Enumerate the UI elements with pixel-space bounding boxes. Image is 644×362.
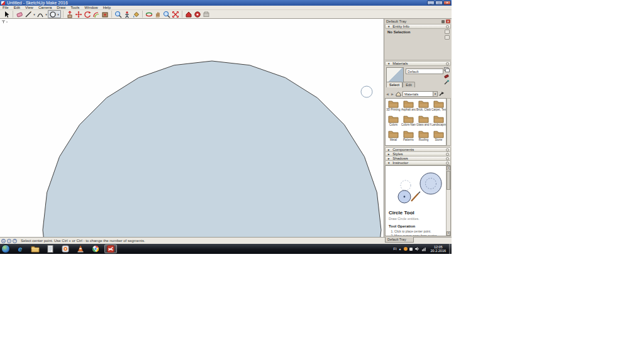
instructor-header[interactable]: ▼ Instructor — [385, 160, 451, 165]
share-model-button[interactable] — [202, 10, 211, 18]
circle-tool-button-active[interactable]: ▾ — [48, 10, 61, 18]
maximize-button[interactable]: □ — [435, 1, 443, 5]
details-arrow-icon[interactable] — [439, 91, 445, 97]
material-category[interactable]: Colors-Named — [401, 114, 416, 129]
geolocation-icon[interactable]: G — [1, 239, 6, 243]
taskbar-media-player[interactable] — [59, 244, 72, 253]
materials-category-list[interactable]: 3D Printing Asphalt and Concrete Brick, … — [385, 98, 447, 146]
menu-view[interactable]: View — [23, 6, 36, 10]
material-category[interactable]: Patterns — [401, 129, 416, 145]
in-model-home-icon[interactable] — [396, 91, 401, 97]
entity-hide-button[interactable] — [445, 30, 450, 34]
orbit-tool-button[interactable] — [145, 10, 153, 18]
select-tool-button[interactable] — [2, 10, 11, 18]
materials-header[interactable]: ▼ Materials — [385, 61, 451, 66]
collections-dropdown[interactable]: Materials ▼ — [402, 91, 438, 97]
material-category[interactable]: Stone — [431, 129, 446, 145]
help-icon[interactable]: ? — [13, 239, 17, 243]
rotate-tool-button[interactable] — [83, 10, 92, 18]
update-notification-icon[interactable] — [404, 247, 408, 251]
taskbar-explorer[interactable] — [29, 244, 42, 253]
create-material-icon[interactable] — [444, 74, 450, 79]
material-category[interactable]: 3D Printing — [386, 99, 401, 114]
minimize-button[interactable]: _ — [427, 1, 435, 5]
pan-hand-icon — [154, 11, 162, 18]
volume-icon[interactable] — [414, 246, 419, 251]
tray-bottom-tab[interactable]: Default Tray — [385, 237, 414, 243]
material-category[interactable]: Brick, Cladding and Siding — [416, 99, 431, 114]
get-models-button[interactable] — [184, 10, 193, 18]
paint-bucket-button[interactable] — [131, 10, 140, 18]
taskbar-chrome[interactable] — [89, 244, 102, 253]
scroll-down-icon[interactable]: ▼ — [447, 231, 450, 236]
material-category[interactable]: Carpet, Textiles and Leathers — [431, 99, 446, 114]
show-desktop-button[interactable] — [449, 244, 452, 254]
tray-close-icon[interactable]: ✕ — [446, 19, 450, 23]
eraser-tool-button[interactable] — [15, 10, 24, 18]
back-arrow-icon[interactable]: ◄ — [386, 92, 389, 96]
entity-details-button[interactable] — [445, 35, 450, 40]
material-folder-icon — [418, 115, 429, 123]
menu-draw[interactable]: Draw — [54, 6, 68, 10]
material-name-field[interactable]: Default — [406, 69, 443, 74]
offset-tool-button[interactable] — [92, 10, 101, 18]
scrollbar-thumb[interactable] — [447, 171, 450, 190]
tab-select[interactable]: Select — [386, 82, 402, 87]
menu-edit[interactable]: Edit — [11, 6, 23, 10]
menu-camera[interactable]: Camera — [36, 6, 54, 10]
material-category[interactable]: Synthetic Surfaces — [386, 145, 401, 146]
taskbar-internet-explorer[interactable]: e — [14, 244, 26, 253]
material-category[interactable]: Landscaping, Fencing and Vegetation — [431, 114, 446, 129]
menu-window[interactable]: Window — [82, 6, 100, 10]
panel-toggle-icon[interactable] — [446, 162, 449, 165]
show-hidden-icons[interactable]: ▲ — [399, 247, 402, 251]
menu-help[interactable]: Help — [101, 6, 113, 10]
zoom-extents-button[interactable] — [171, 10, 180, 18]
close-button[interactable]: ✕ — [443, 1, 451, 5]
shape-dropdown-caret[interactable]: ▾ — [57, 13, 60, 16]
make-component-button[interactable] — [101, 10, 109, 18]
start-button[interactable] — [1, 244, 10, 253]
entity-info-header[interactable]: ▼ Entity Info — [385, 24, 451, 29]
drawing-canvas[interactable] — [0, 19, 384, 237]
line-tool-button[interactable] — [24, 10, 33, 18]
zoom-window-button[interactable] — [114, 10, 123, 18]
credits-icon[interactable]: i — [7, 239, 11, 243]
language-indicator[interactable]: FI — [393, 247, 396, 251]
material-category[interactable]: Metal — [386, 129, 401, 145]
material-category[interactable]: Asphalt and Concrete — [401, 99, 416, 114]
menu-file[interactable]: File — [0, 6, 11, 10]
panel-toggle-icon[interactable] — [446, 25, 449, 28]
forward-arrow-icon[interactable]: ► — [391, 92, 394, 96]
taskbar-clock[interactable]: 12:05 20.2.2016 — [429, 245, 448, 253]
menu-tools[interactable]: Tools — [68, 6, 82, 10]
taskbar-notepad[interactable] — [44, 244, 57, 253]
material-category[interactable]: Tile — [401, 145, 416, 146]
dropdown-caret-icon[interactable]: ▼ — [433, 92, 437, 96]
instructor-scrollbar[interactable]: ▲ ▼ — [446, 166, 450, 236]
tab-edit[interactable]: Edit — [402, 82, 414, 87]
scroll-up-icon[interactable]: ▲ — [447, 166, 450, 170]
material-category[interactable]: Colors — [386, 114, 401, 129]
panel-toggle-icon[interactable] — [446, 62, 449, 65]
extension-warehouse-button[interactable] — [193, 10, 202, 18]
material-category[interactable]: Glass and Mirrors — [416, 114, 431, 129]
drawn-circle-face[interactable] — [43, 61, 381, 237]
network-icon[interactable] — [421, 246, 427, 251]
taskbar-sketchup-active[interactable] — [104, 244, 117, 253]
display-secondary-pane-icon[interactable] — [444, 67, 450, 72]
move-tool-button[interactable] — [74, 10, 83, 18]
materials-scrollbar[interactable] — [447, 98, 451, 146]
zoom-tool-button[interactable] — [162, 10, 171, 18]
push-pull-tool-button[interactable] — [65, 10, 74, 18]
pan-tool-button[interactable] — [153, 10, 162, 18]
taskbar-vlc[interactable] — [74, 244, 87, 253]
pin-icon[interactable] — [441, 20, 445, 23]
sample-paint-dropper-icon[interactable] — [444, 80, 450, 85]
material-category[interactable]: Wood — [431, 145, 446, 146]
material-category[interactable]: Water — [416, 145, 431, 146]
tray-app-icon[interactable] — [409, 248, 413, 251]
position-camera-button[interactable] — [123, 10, 131, 18]
material-category[interactable]: Roofing — [416, 129, 431, 145]
arc-tool-button[interactable] — [36, 10, 45, 18]
